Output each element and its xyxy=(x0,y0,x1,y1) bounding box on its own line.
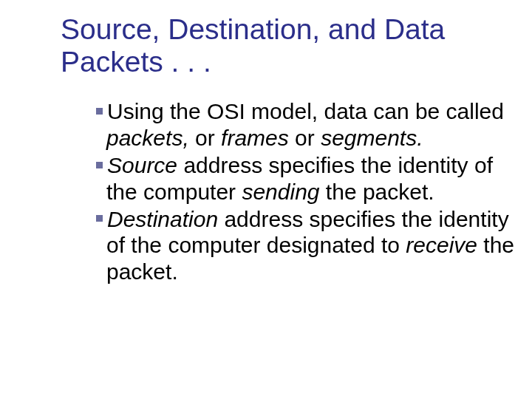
text: or xyxy=(189,126,221,150)
bullet-item: Source address specifies the identity of… xyxy=(96,152,525,205)
square-bullet-icon xyxy=(96,215,103,222)
italic-text: Source xyxy=(107,153,177,177)
slide-body: Using the OSI model, data can be called … xyxy=(96,98,525,284)
square-bullet-icon xyxy=(96,108,103,115)
italic-text: receive xyxy=(406,233,477,257)
square-bullet-icon xyxy=(96,162,103,168)
italic-text: Destination xyxy=(107,207,218,231)
bullet-item: Destination address specifies the identi… xyxy=(96,206,525,284)
bullet-item: Using the OSI model, data can be called … xyxy=(96,98,525,151)
slide: Source, Destination, and Data Packets . … xyxy=(0,0,532,399)
text: the packet. xyxy=(320,180,434,204)
slide-title: Source, Destination, and Data Packets . … xyxy=(61,13,525,78)
italic-text: frames xyxy=(221,126,289,150)
italic-text: sending xyxy=(242,180,319,204)
text: or xyxy=(289,126,321,150)
italic-text: packets, xyxy=(106,126,189,150)
italic-text: segments. xyxy=(321,126,423,150)
text: Using the OSI model, data can be called xyxy=(107,99,504,123)
